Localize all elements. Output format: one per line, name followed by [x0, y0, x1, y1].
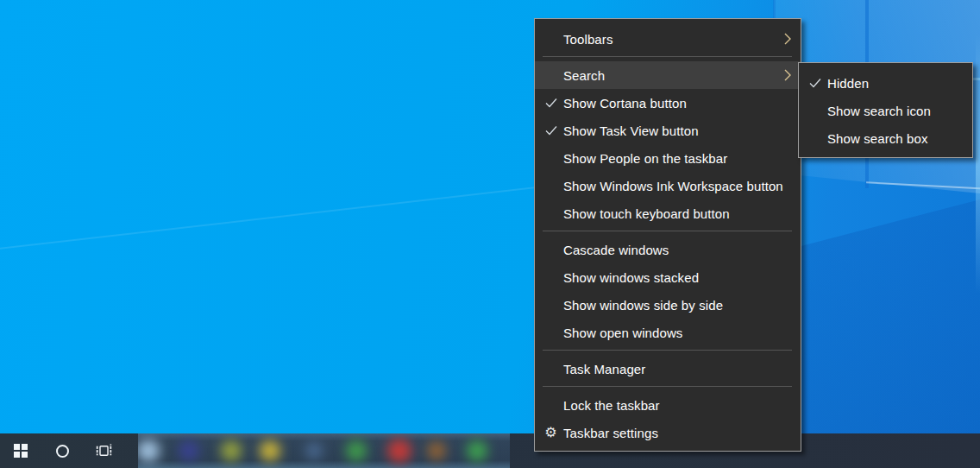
cortana-circle-icon: [56, 445, 69, 458]
windows-desktop: Toolbars Search Show Cortana button Show…: [0, 0, 980, 468]
submenu-item-show-search-icon[interactable]: Show search icon: [799, 97, 972, 124]
blurred-app-icon[interactable]: [387, 439, 411, 463]
taskbar-context-menu: Toolbars Search Show Cortana button Show…: [534, 18, 801, 452]
menu-item-search[interactable]: Search: [535, 61, 801, 89]
submenu-item-hidden[interactable]: Hidden: [799, 69, 972, 97]
checkmark-icon: [543, 123, 558, 138]
menu-item-lock-the-taskbar[interactable]: Lock the taskbar: [535, 391, 801, 419]
menu-item-toolbars[interactable]: Toolbars: [535, 25, 801, 53]
menu-item-task-manager[interactable]: Task Manager: [535, 355, 801, 383]
menu-item-taskbar-settings[interactable]: ⚙ Taskbar settings: [535, 419, 801, 446]
blurred-app-icon[interactable]: [305, 442, 323, 459]
checkmark-icon: [807, 76, 822, 91]
menu-separator: [543, 386, 792, 387]
blurred-app-icon[interactable]: [138, 440, 160, 462]
cortana-button[interactable]: [41, 433, 83, 468]
menu-item-show-cortana-button[interactable]: Show Cortana button: [535, 89, 801, 117]
blurred-app-icon[interactable]: [427, 441, 446, 460]
task-view-button[interactable]: [83, 433, 124, 468]
menu-item-show-open-windows[interactable]: Show open windows: [535, 319, 801, 346]
pinned-apps-blurred-area[interactable]: [138, 433, 510, 468]
submenu-item-show-search-box[interactable]: Show search box: [799, 124, 972, 152]
menu-item-show-task-view-button[interactable]: Show Task View button: [535, 117, 801, 144]
menu-item-show-windows-side-by-side[interactable]: Show windows side by side: [535, 291, 801, 319]
menu-item-show-windows-ink[interactable]: Show Windows Ink Workspace button: [535, 172, 801, 199]
windows-logo-icon: [14, 444, 28, 458]
menu-item-show-windows-stacked[interactable]: Show windows stacked: [535, 263, 801, 291]
start-button[interactable]: [0, 433, 41, 468]
menu-separator: [543, 231, 792, 231]
blurred-app-icon[interactable]: [467, 440, 487, 461]
blurred-app-icon[interactable]: [179, 440, 199, 461]
gear-icon: ⚙: [543, 426, 558, 440]
checkmark-icon: [543, 96, 558, 111]
chevron-right-icon: [784, 69, 791, 81]
menu-item-show-touch-keyboard[interactable]: Show touch keyboard button: [535, 199, 801, 227]
menu-item-cascade-windows[interactable]: Cascade windows: [535, 236, 801, 263]
blurred-app-icon[interactable]: [346, 440, 367, 461]
task-view-icon: [96, 444, 112, 458]
search-submenu: Hidden Show search icon Show search box: [798, 62, 973, 158]
chevron-right-icon: [784, 33, 791, 45]
wallpaper-edge-glow: [976, 35, 980, 294]
menu-separator: [543, 56, 792, 57]
menu-item-show-people[interactable]: Show People on the taskbar: [535, 144, 801, 172]
wallpaper-light-ray: [0, 187, 540, 250]
blurred-app-icon[interactable]: [221, 440, 242, 461]
menu-separator: [543, 350, 792, 351]
taskbar[interactable]: [0, 433, 980, 468]
blurred-app-icon[interactable]: [260, 440, 280, 461]
